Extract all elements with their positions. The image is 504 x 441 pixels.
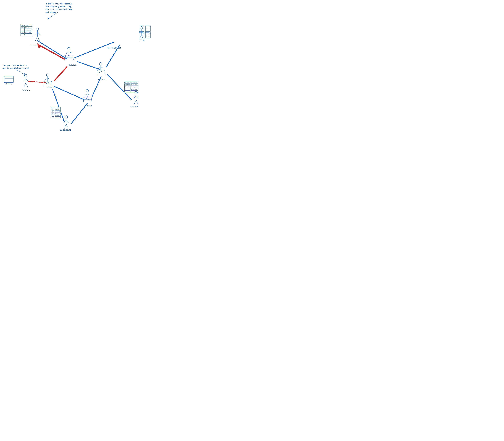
svg-line-100 (66, 124, 68, 128)
speech-line-2: for anything under .org, (46, 5, 72, 8)
svg-line-91 (23, 79, 26, 81)
svg-line-111 (139, 35, 141, 39)
svg-point-107 (140, 27, 143, 29)
person-1212 (34, 28, 41, 43)
svg-point-79 (86, 89, 89, 92)
svg-rect-34 (145, 32, 151, 38)
svg-line-9 (54, 67, 67, 81)
svg-line-77 (101, 69, 102, 73)
svg-rect-15 (4, 76, 13, 83)
svg-line-6 (54, 87, 84, 100)
svg-line-45 (37, 32, 40, 35)
svg-line-61 (45, 78, 48, 80)
svg-line-0 (37, 41, 67, 59)
svg-rect-26 (145, 26, 151, 32)
person-1111 (22, 74, 30, 89)
svg-line-76 (99, 69, 101, 73)
speech-bubble-dns: I don't know the details for anything un… (46, 3, 72, 14)
svg-line-55 (67, 54, 69, 58)
svg-line-109 (139, 31, 141, 33)
person-desk-3331 (63, 47, 75, 63)
person-desk-4241 (95, 62, 107, 79)
svg-marker-11 (37, 43, 41, 48)
svg-point-42 (36, 28, 39, 31)
svg-line-94 (26, 83, 28, 87)
label-5678: 5.6.7.8 (131, 106, 138, 108)
svg-line-44 (35, 32, 37, 35)
svg-rect-16 (5, 77, 13, 78)
speech-bubble-query: Can you tell me how to get to en.wikiped… (3, 64, 29, 70)
svg-line-46 (35, 36, 37, 41)
svg-point-89 (25, 74, 27, 77)
label-4241: 4.2.4.1 (98, 79, 105, 81)
svg-point-69 (99, 63, 102, 65)
svg-text:scripts.js: scripts.js (146, 29, 150, 30)
svg-line-66 (46, 81, 48, 84)
label-11213141: 11.21.31.41 (60, 129, 71, 131)
svg-text:styles.css: styles.css (146, 35, 150, 36)
svg-line-87 (87, 96, 89, 100)
svg-line-97 (64, 120, 66, 123)
svg-line-67 (48, 81, 49, 84)
svg-line-54 (73, 55, 73, 60)
svg-line-106 (136, 100, 138, 104)
label-2212: 2.2.1.2 (85, 105, 92, 107)
svg-line-82 (87, 94, 90, 95)
svg-line-72 (101, 67, 103, 68)
person-11213141 (63, 115, 70, 130)
svg-point-101 (135, 91, 137, 94)
person-5678 (133, 91, 140, 106)
svg-line-58 (71, 52, 72, 53)
label-208: 208.80.154.224 (108, 47, 121, 49)
svg-line-50 (66, 52, 69, 54)
label-1212: 1.2.1.2 (31, 45, 38, 47)
svg-point-48 (67, 47, 70, 50)
svg-line-65 (51, 81, 52, 87)
svg-point-59 (46, 74, 49, 76)
person-desk-2212 (81, 89, 93, 106)
svg-line-62 (48, 78, 50, 79)
main-scene: I don't know the details for anything un… (0, 0, 157, 138)
svg-line-51 (69, 52, 71, 53)
svg-line-20 (6, 83, 7, 85)
svg-line-103 (134, 96, 136, 98)
person-208 (138, 26, 145, 41)
speech-line-1: I don't know the details (46, 3, 72, 5)
speech-arrow (46, 13, 62, 20)
svg-line-56 (69, 54, 70, 58)
svg-line-75 (105, 70, 105, 75)
svg-line-10 (38, 45, 64, 59)
query-line-2: get to en.wikipedia.org? (3, 67, 29, 70)
svg-line-99 (65, 124, 66, 128)
svg-line-110 (141, 31, 144, 33)
svg-point-95 (65, 116, 67, 118)
svg-line-85 (91, 97, 92, 102)
svg-line-84 (83, 97, 84, 102)
svg-line-64 (44, 81, 44, 87)
svg-line-81 (85, 94, 87, 96)
svg-line-86 (86, 96, 87, 100)
svg-line-53 (65, 55, 66, 60)
browser-monitor (4, 76, 15, 85)
label-1111: 1.1.1.1 (23, 89, 30, 91)
svg-line-12 (75, 42, 114, 58)
svg-line-21 (11, 83, 12, 85)
svg-line-105 (134, 100, 136, 104)
svg-line-92 (26, 79, 28, 81)
svg-line-47 (37, 36, 39, 41)
svg-line-112 (141, 35, 143, 39)
label-1341: 1.3.4.1 (47, 87, 54, 89)
query-line-1: Can you tell me how to (3, 64, 29, 67)
speech-line-3: but 5.6.7.8 can help you (46, 8, 72, 11)
svg-line-93 (24, 83, 26, 87)
svg-line-98 (66, 120, 69, 123)
svg-line-104 (136, 96, 139, 98)
label-3331: 3.3.3.1 (69, 64, 76, 66)
svg-line-74 (97, 70, 97, 75)
svg-line-71 (98, 67, 101, 69)
